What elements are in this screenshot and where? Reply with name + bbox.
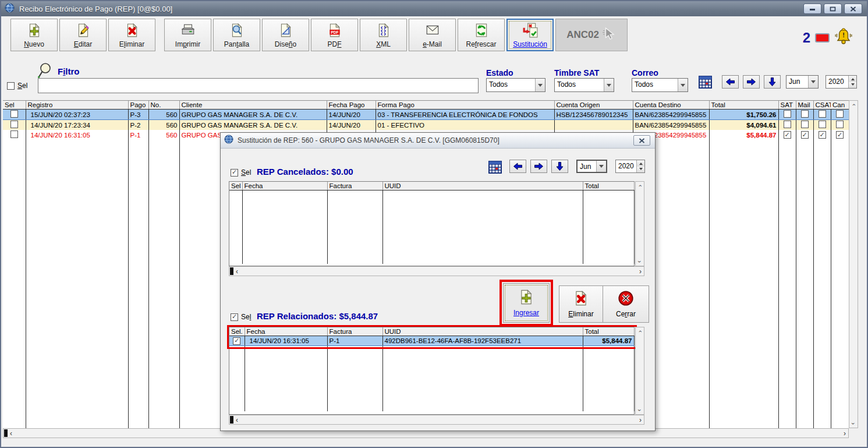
refrescar-button[interactable]: Refrescar [458,19,505,51]
year-down-icon[interactable] [849,82,856,89]
estado-select[interactable]: Todos [486,78,545,92]
year-up-icon[interactable] [849,76,856,82]
cancelados-vertical-scrollbar[interactable]: › › [635,181,644,266]
col-registro[interactable]: Registro [26,101,128,110]
col-sel[interactable]: Sel [3,101,26,110]
can-checkbox[interactable] [836,131,844,139]
month-dropdown-icon[interactable] [808,76,818,88]
dialog-go-date-button[interactable] [551,160,568,173]
sel-checkbox[interactable] [7,82,15,90]
xml-button[interactable]: XML [360,19,407,51]
sat-checkbox[interactable] [784,131,791,139]
dialog-month-select[interactable]: Jun [576,160,607,173]
table-row[interactable]: 14/JUN/20 17:23:34 P-2 560 GRUPO GAS MAN… [3,120,849,130]
minimize-button[interactable] [803,3,821,14]
dialog-year-up-icon[interactable] [637,160,644,167]
filter-input[interactable] [38,78,479,93]
relacionados-sel-checkbox[interactable] [231,313,238,321]
imprimir-button[interactable]: Imprimir [164,19,211,51]
csat-checkbox[interactable] [819,121,826,128]
mail-checkbox[interactable] [801,131,809,139]
col-sel[interactable]: Sel [229,182,242,191]
row-sel-checkbox[interactable] [10,110,18,118]
table-row[interactable]: 15/JUN/20 02:37:23 P-3 560 GRUPO GAS MAN… [3,110,849,120]
col-fecha-pago[interactable]: Fecha Pago [327,101,375,110]
col-fecha[interactable]: Fecha [245,327,327,336]
scroll-down-icon[interactable]: › [636,257,644,266]
pantalla-button[interactable]: Pantalla [213,19,260,51]
dialog-prev-month-button[interactable] [509,160,526,173]
col-csat[interactable]: CSAT [813,101,831,110]
diseno-button[interactable]: Diseño [262,19,309,51]
scroll-right-icon[interactable]: › [841,429,848,438]
col-factura[interactable]: Factura [327,327,382,336]
prev-month-button[interactable] [722,75,739,89]
col-cuenta-origen[interactable]: Cuenta Origen [554,101,633,110]
email-button[interactable]: e-Mail [409,19,456,51]
mail-checkbox[interactable] [801,110,809,118]
col-cliente[interactable]: Cliente [179,101,327,110]
col-factura[interactable]: Factura [327,182,382,191]
scroll-left-icon[interactable]: ‹ [233,416,240,424]
scroll-up-icon[interactable]: › [636,327,644,336]
editar-button[interactable]: Editar [59,19,107,51]
sustitucion-button[interactable]: Sustitución [506,19,554,51]
relacionados-horizontal-scrollbar[interactable]: ‹ › [229,415,644,425]
eliminar-button[interactable]: Eliminar [108,19,155,51]
scroll-up-icon[interactable]: › [636,182,644,190]
dialog-close-button[interactable] [633,135,650,146]
scroll-right-icon[interactable]: › [637,416,644,424]
correo-select[interactable]: Todos [632,78,688,92]
row-sel-checkbox[interactable] [233,337,240,345]
col-total[interactable]: Total [709,101,778,110]
month-select[interactable]: Jun [786,75,819,89]
relacionados-vertical-scrollbar[interactable]: › › [635,327,644,415]
col-fecha[interactable]: Fecha [242,182,327,191]
next-month-button[interactable] [743,75,760,89]
dialog-month-dropdown-icon[interactable] [596,161,606,172]
dialog-year-down-icon[interactable] [637,167,644,173]
cancelados-horizontal-scrollbar[interactable]: ‹ › [229,266,644,276]
col-pago[interactable]: Pago [128,101,148,110]
scroll-left-icon[interactable]: ‹ [233,267,240,276]
correo-dropdown-icon[interactable] [678,79,688,91]
mail-checkbox[interactable] [801,121,809,128]
scroll-right-icon[interactable]: › [637,267,644,276]
row-sel-checkbox[interactable] [10,130,18,138]
close-button[interactable] [844,3,862,14]
year-spinner[interactable]: 2020 [826,75,857,89]
cancelados-sel-checkbox[interactable] [231,169,238,177]
cerrar-button[interactable]: Cerrar [603,285,649,323]
main-vertical-scrollbar[interactable]: › › [849,100,858,428]
go-date-button[interactable] [764,75,781,89]
pdf-button[interactable]: PDF PDF [311,19,358,51]
ingresar-button[interactable]: Ingresar [503,283,550,323]
bell-alarm-icon[interactable]: ! [834,28,853,48]
col-mail[interactable]: Mail [796,101,813,110]
restore-button[interactable] [824,3,842,14]
sat-checkbox[interactable] [784,110,791,118]
col-sel[interactable]: Sel. [229,327,245,336]
col-forma-pago[interactable]: Forma Pago [375,101,554,110]
nuevo-button[interactable]: Nuevo [10,19,58,51]
col-uuid[interactable]: UUID [382,182,583,191]
can-checkbox[interactable] [836,121,844,128]
csat-checkbox[interactable] [819,110,826,118]
dialog-calendar-icon[interactable] [488,160,502,176]
scroll-down-icon[interactable]: › [636,406,644,414]
col-sat[interactable]: SAT [778,101,796,110]
row-sel-checkbox[interactable] [10,121,18,128]
col-total[interactable]: Total [583,182,634,191]
timbre-select[interactable]: Todos [554,78,614,92]
table-row[interactable]: 14/JUN/20 16:31:05 P-1 492DB961-BE12-46F… [229,336,634,346]
anc02-button[interactable]: ANC02 [555,19,628,51]
estado-dropdown-icon[interactable] [535,79,545,91]
col-uuid[interactable]: UUID [382,327,583,336]
sat-checkbox[interactable] [784,121,791,128]
scroll-up-icon[interactable]: › [849,101,858,109]
col-total[interactable]: Total [583,327,634,336]
calendar-icon[interactable] [699,75,712,91]
scroll-left-icon[interactable]: ‹ [8,429,15,438]
col-can[interactable]: Can [831,101,849,110]
csat-checkbox[interactable] [819,131,826,139]
